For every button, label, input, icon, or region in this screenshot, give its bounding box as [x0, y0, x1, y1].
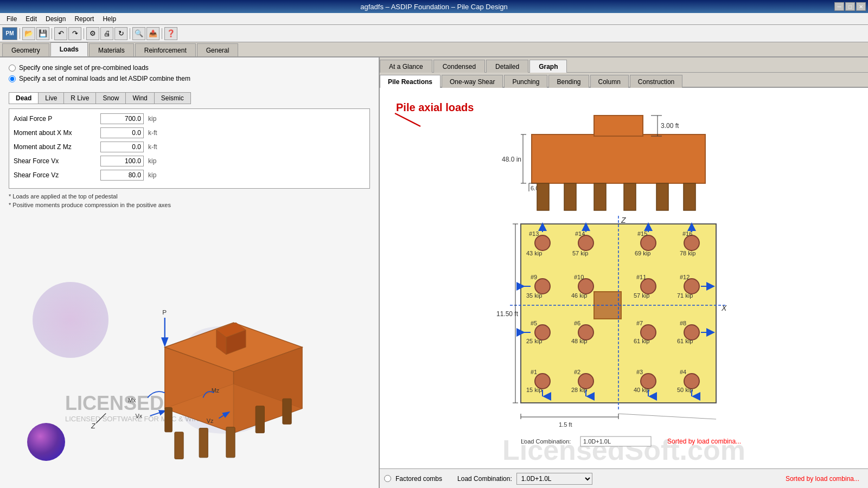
subtab2-bending[interactable]: Bending	[548, 75, 589, 88]
close-button[interactable]: ✕	[856, 2, 866, 11]
toolbar-open[interactable]: 📂	[22, 27, 35, 40]
svg-text:#13: #13	[529, 230, 539, 237]
svg-point-77	[578, 279, 593, 294]
subtab2-punching[interactable]: Punching	[504, 75, 547, 88]
field-mx[interactable]	[100, 127, 144, 138]
tab-reinforcement[interactable]: Reinforcement	[135, 43, 196, 56]
tab-general[interactable]: General	[197, 43, 239, 56]
svg-text:#12: #12	[680, 274, 690, 280]
menu-design[interactable]: Design	[41, 14, 70, 24]
subtab-ataglance[interactable]: At a Glance	[380, 60, 432, 73]
subtab2-onewayshear[interactable]: One-way Shear	[442, 75, 503, 88]
input-row-mz: Moment about Z Mz k-ft	[14, 142, 365, 152]
sub-tab-row-1: At a Glance Condensed Detailed Graph	[380, 57, 868, 73]
window-controls[interactable]: ─ □ ✕	[834, 2, 866, 11]
toolbar-export[interactable]: 📤	[146, 27, 159, 40]
input-row-vz: Shear Force Vz kip	[14, 170, 365, 181]
right-panel: At a Glance Condensed Detailed Graph Pil…	[380, 57, 868, 488]
subtab-condensed[interactable]: Condensed	[433, 60, 485, 73]
svg-text:11.50 ft: 11.50 ft	[496, 310, 519, 318]
field-vz[interactable]	[100, 170, 144, 181]
tab-geometry[interactable]: Geometry	[2, 43, 49, 56]
unit-axial: kip	[148, 115, 170, 123]
field-vx[interactable]	[100, 156, 144, 166]
unit-mx: k-ft	[148, 129, 170, 137]
menu-edit[interactable]: Edit	[21, 14, 41, 24]
subtab2-pilereactions[interactable]: Pile Reactions	[380, 75, 441, 88]
toolbar-settings[interactable]: ⚙	[86, 27, 99, 40]
load-tab-snow[interactable]: Snow	[96, 93, 126, 104]
svg-text:48 kip: 48 kip	[571, 338, 587, 344]
load-combination-select[interactable]: 1.0D+1.0L	[516, 473, 592, 485]
svg-text:Sorted by load combina...: Sorted by load combina...	[667, 438, 741, 445]
radio-single[interactable]	[9, 65, 16, 72]
maximize-button[interactable]: □	[845, 2, 855, 11]
svg-rect-20	[199, 428, 208, 458]
toolbar-pm[interactable]: PM	[2, 27, 17, 40]
svg-text:71 kip: 71 kip	[677, 292, 693, 299]
svg-text:#6: #6	[574, 320, 580, 326]
subtab-detailed[interactable]: Detailed	[486, 60, 528, 73]
radio-factored[interactable]	[384, 475, 391, 482]
subtab2-column[interactable]: Column	[590, 75, 629, 88]
svg-text:69 kip: 69 kip	[635, 250, 650, 256]
toolbar-print[interactable]: 🖨	[100, 27, 113, 40]
radio-nominal[interactable]	[9, 75, 16, 82]
field-axial[interactable]	[100, 113, 144, 124]
load-tab-wind[interactable]: Wind	[126, 93, 154, 104]
svg-point-57	[535, 235, 550, 251]
svg-line-16	[150, 411, 165, 416]
input-table: Axial Force P kip Moment about X Mx k-ft…	[9, 108, 370, 189]
toolbar-zoom[interactable]: 🔍	[132, 27, 145, 40]
svg-text:#1: #1	[531, 369, 537, 375]
menu-report[interactable]: Report	[70, 14, 98, 24]
load-tab-rlive[interactable]: R Live	[64, 93, 96, 104]
svg-text:78 kip: 78 kip	[680, 250, 695, 256]
title-bar: agfadfs – ASDIP Foundation – Pile Cap De…	[0, 0, 868, 13]
label-mz: Moment about Z Mz	[14, 143, 100, 151]
svg-text:#9: #9	[531, 274, 537, 280]
svg-text:48.0 in: 48.0 in	[502, 156, 521, 163]
svg-text:#2: #2	[574, 369, 580, 375]
main-layout: Specify one single set of pre-combined l…	[0, 57, 868, 488]
toolbar-refresh[interactable]: ↻	[114, 27, 127, 40]
svg-text:#15: #15	[637, 230, 647, 237]
unit-mz: k-ft	[148, 143, 170, 151]
svg-line-1	[96, 413, 106, 423]
svg-text:#16: #16	[682, 230, 692, 237]
load-tab-seismic[interactable]: Seismic	[155, 93, 190, 104]
svg-rect-43	[624, 183, 636, 210]
svg-rect-42	[594, 183, 606, 210]
toolbar-undo[interactable]: ↶	[54, 27, 67, 40]
svg-text:Z: Z	[91, 422, 96, 430]
subtab2-construction[interactable]: Construction	[630, 75, 682, 88]
svg-text:P: P	[162, 309, 167, 316]
svg-text:15 kip: 15 kip	[526, 387, 542, 393]
field-mz[interactable]	[100, 142, 144, 152]
svg-text:35 kip: 35 kip	[526, 292, 542, 299]
toolbar-help[interactable]: ❓	[164, 27, 177, 40]
svg-rect-19	[175, 432, 183, 459]
menu-help[interactable]: Help	[98, 14, 120, 24]
factored-label: Factored combs	[395, 475, 442, 483]
subtab-graph[interactable]: Graph	[529, 60, 567, 73]
minimize-button[interactable]: ─	[834, 2, 844, 11]
toolbar-save[interactable]: 💾	[36, 27, 49, 40]
note-2: * Positive moments produce compression i…	[9, 202, 370, 208]
toolbar-redo[interactable]: ↷	[68, 27, 81, 40]
tab-loads[interactable]: Loads	[50, 42, 88, 56]
svg-point-83	[684, 279, 699, 294]
svg-text:X: X	[721, 304, 727, 312]
svg-point-73	[535, 279, 550, 294]
sub-tab-row-2: Pile Reactions One-way Shear Punching Be…	[380, 73, 868, 88]
svg-point-69	[684, 235, 699, 251]
label-axial: Axial Force P	[14, 115, 100, 123]
factored-row: Factored combs Load Combination: 1.0D+1.…	[384, 473, 592, 485]
menu-file[interactable]: File	[2, 14, 21, 24]
tab-materials[interactable]: Materials	[89, 43, 134, 56]
svg-rect-45	[684, 183, 695, 210]
svg-text:Load Combination:: Load Combination:	[521, 438, 571, 445]
svg-rect-27	[532, 134, 705, 183]
load-tab-dead[interactable]: Dead	[9, 93, 39, 104]
load-tab-live[interactable]: Live	[39, 93, 64, 104]
